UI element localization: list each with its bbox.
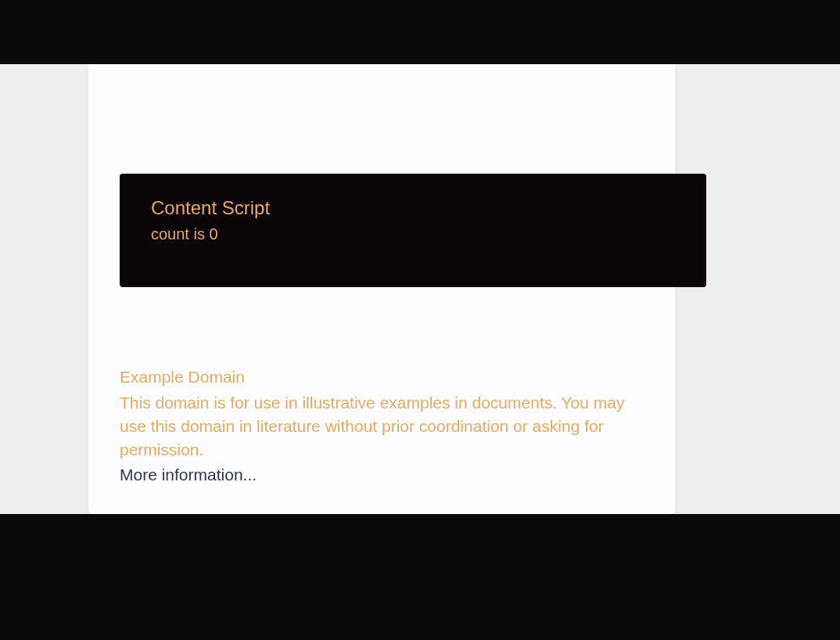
more-information-link[interactable]: More information... — [120, 466, 257, 484]
content-script-title: Content Script — [151, 197, 675, 219]
example-domain-body: This domain is for use in illustrative e… — [120, 391, 644, 461]
content-script-panel: Content Script count is 0 — [120, 174, 706, 287]
example-section: Example Domain This domain is for use in… — [120, 368, 644, 484]
content-script-count: count is 0 — [151, 225, 675, 243]
example-domain-heading: Example Domain — [120, 368, 644, 387]
